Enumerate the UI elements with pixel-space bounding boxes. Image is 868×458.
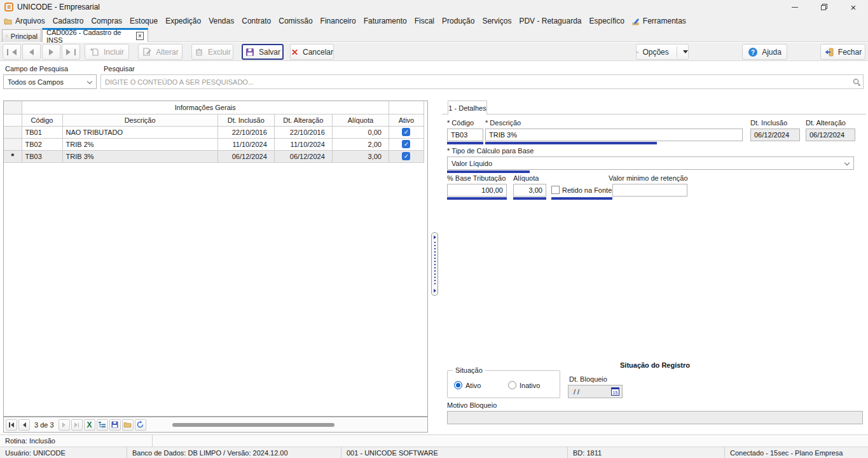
menu-estoque[interactable]: Estoque — [126, 17, 162, 25]
menu-compras[interactable]: Compras — [87, 17, 126, 25]
cell-descricao[interactable]: TRIB 3% — [62, 150, 217, 162]
cell-codigo[interactable]: TB01 — [22, 126, 62, 138]
opcoes-button[interactable]: Opções — [636, 44, 689, 60]
tipo-calculo-select[interactable]: Valor Líquido — [447, 156, 854, 170]
grid-refresh-button[interactable] — [135, 419, 146, 431]
menu-pdv-retaguarda[interactable]: PDV - Retaguarda — [515, 17, 585, 25]
menu-financeiro[interactable]: Financeiro — [317, 17, 360, 25]
base-tributacao-field[interactable] — [447, 184, 507, 197]
tab-close-icon[interactable]: × — [136, 32, 144, 40]
nav-last-button[interactable] — [62, 44, 80, 60]
grid-open-button[interactable] — [122, 419, 134, 431]
ativo-radio-label[interactable]: Ativo — [465, 382, 481, 389]
motivo-bloqueio-field[interactable] — [447, 411, 863, 424]
col-header-dt-alteracao: Dt. Alteração — [274, 114, 332, 126]
close-button[interactable]: × — [839, 0, 868, 14]
grid-prev-button[interactable] — [18, 419, 30, 431]
cell-dt-alteracao[interactable]: 06/12/2024 — [274, 150, 332, 162]
cell-descricao[interactable]: NAO TRIBUTADO — [62, 126, 217, 138]
cell-codigo[interactable]: TB03 — [22, 150, 62, 162]
tab-detalhes[interactable]: 1 - Detalhes — [448, 101, 487, 114]
cell-dt-alteracao[interactable]: 22/10/2016 — [274, 126, 332, 138]
aliquota-field[interactable] — [513, 184, 546, 197]
row-selector[interactable] — [4, 126, 22, 138]
menu-ferramentas[interactable]: Ferramentas — [628, 17, 690, 25]
codigo-field[interactable] — [447, 128, 483, 141]
cell-dt-alteracao[interactable]: 11/10/2024 — [274, 138, 332, 150]
codigo-label: * Código — [447, 119, 474, 127]
valor-minimo-field[interactable] — [612, 184, 687, 197]
magnifier-icon[interactable] — [852, 78, 861, 87]
inativo-radio-label[interactable]: Inativo — [520, 382, 540, 389]
excluir-button[interactable]: Excluir — [191, 44, 233, 60]
dt-bloqueio-field[interactable]: / / 15 — [568, 385, 623, 398]
folder-icon — [4, 17, 12, 25]
grid-tree-button[interactable] — [97, 419, 108, 431]
status-rotina: Rotina: Inclusão — [0, 435, 153, 447]
menu-servicos[interactable]: Serviços — [478, 17, 515, 25]
tab-divider — [442, 114, 866, 114]
table-row[interactable]: TB02 TRIB 2% 11/10/2024 11/10/2024 2,00 … — [4, 138, 424, 150]
salvar-button[interactable]: Salvar — [242, 44, 284, 60]
row-selector-edit[interactable]: * — [4, 150, 22, 162]
nav-prev-button[interactable] — [22, 44, 41, 60]
ativo-radio[interactable] — [454, 381, 462, 389]
cell-dt-inclusao[interactable]: 22/10/2016 — [217, 126, 274, 138]
cell-codigo[interactable]: TB02 — [22, 138, 62, 150]
menu-comissao[interactable]: Comissão — [275, 17, 316, 25]
situacao-legend: Situação — [453, 366, 485, 374]
new-document-icon — [90, 47, 100, 57]
retido-fonte-checkbox[interactable] — [551, 186, 560, 194]
menu-producao[interactable]: Produção — [438, 17, 478, 25]
dt-bloqueio-label: Dt. Bloqueio — [569, 375, 607, 383]
cell-descricao[interactable]: TRIB 2% — [62, 138, 217, 150]
fechar-button[interactable]: Fechar — [820, 44, 865, 60]
inativo-radio[interactable] — [508, 381, 516, 389]
cell-ativo[interactable]: ✓ — [389, 150, 424, 162]
restore-button[interactable] — [809, 0, 839, 14]
horizontal-scrollbar[interactable] — [172, 423, 334, 427]
menu-contrato[interactable]: Contrato — [238, 17, 275, 25]
nav-first-button[interactable] — [3, 44, 21, 60]
cell-aliquota[interactable]: 2,00 — [332, 138, 389, 150]
menu-fiscal[interactable]: Fiscal — [411, 17, 438, 25]
grid-last-button[interactable] — [71, 419, 83, 431]
grid-next-button[interactable] — [59, 419, 70, 431]
nav-next-button[interactable] — [42, 44, 60, 60]
search-input[interactable] — [100, 74, 864, 89]
ajuda-button[interactable]: ? Ajuda — [742, 44, 787, 60]
panel-splitter[interactable] — [431, 232, 438, 296]
menu-arquivos[interactable]: Arquivos — [0, 17, 49, 25]
calendar-icon[interactable]: 15 — [611, 387, 619, 396]
cell-aliquota[interactable]: 3,00 — [332, 150, 389, 162]
cell-ativo[interactable]: ✓ — [389, 138, 424, 150]
cancelar-button[interactable]: Cancelar — [290, 44, 334, 60]
menu-expedicao[interactable]: Expedição — [162, 17, 205, 25]
alterar-button[interactable]: Alterar — [138, 44, 183, 60]
cell-dt-inclusao[interactable]: 06/12/2024 — [217, 150, 274, 162]
grid-save-button[interactable] — [109, 419, 121, 431]
checked-checkbox-icon[interactable]: ✓ — [402, 152, 410, 160]
col-header-descricao: Descrição — [62, 114, 217, 126]
checked-checkbox-icon[interactable]: ✓ — [402, 140, 410, 148]
table-row-selected[interactable]: * TB03 TRIB 3% 06/12/2024 06/12/2024 3,0… — [4, 150, 424, 162]
menu-faturamento[interactable]: Faturamento — [360, 17, 411, 25]
campo-pesquisa-select[interactable]: Todos os Campos — [3, 74, 97, 89]
export-excel-button[interactable]: X — [84, 419, 95, 431]
cell-dt-inclusao[interactable]: 11/10/2024 — [217, 138, 274, 150]
cell-ativo[interactable]: ✓ — [389, 126, 424, 138]
menu-vendas[interactable]: Vendas — [205, 17, 238, 25]
checked-checkbox-icon[interactable]: ✓ — [402, 128, 410, 136]
tab-cad0026[interactable]: CAD0026 - Cadastro de INSS × — [42, 28, 148, 42]
tab-principal[interactable]: Principal — [2, 29, 41, 42]
row-selector[interactable] — [4, 138, 22, 150]
grid-first-button[interactable] — [6, 419, 17, 431]
descricao-field[interactable] — [485, 128, 743, 141]
opcoes-dropdown-icon[interactable] — [683, 50, 688, 53]
menu-cadastro[interactable]: Cadastro — [49, 17, 88, 25]
menu-especifico[interactable]: Específico — [585, 17, 628, 25]
cell-aliquota[interactable]: 0,00 — [332, 126, 389, 138]
incluir-button[interactable]: Incluir — [85, 44, 129, 60]
table-row[interactable]: TB01 NAO TRIBUTADO 22/10/2016 22/10/2016… — [4, 126, 424, 138]
minimize-button[interactable] — [780, 0, 809, 14]
